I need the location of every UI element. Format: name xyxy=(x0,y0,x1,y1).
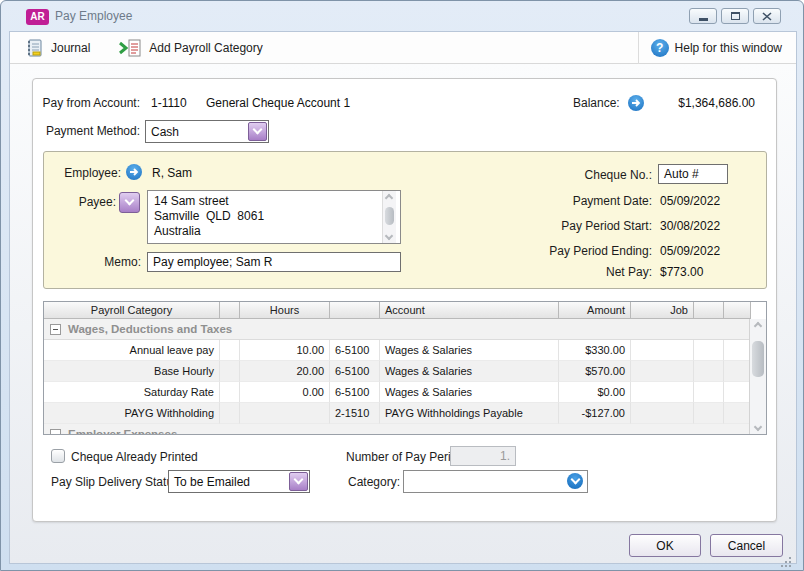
collapse-icon[interactable] xyxy=(50,324,61,335)
pay-slip-delivery-status-select[interactable]: To be Emailed xyxy=(168,470,310,493)
number-of-pay-periods-field: 1. xyxy=(450,446,516,466)
table-cell: 6-5100 xyxy=(330,382,380,403)
window-title: Pay Employee xyxy=(55,9,132,23)
table-cell: 0.00 xyxy=(240,382,330,403)
cheque-already-printed-checkbox[interactable] xyxy=(51,449,65,463)
table-cell xyxy=(631,361,694,382)
payee-address-field[interactable]: 14 Sam street Samville QLD 8061 Australi… xyxy=(147,190,401,244)
table-cell: 2-1510 xyxy=(330,403,380,424)
payee-dropdown-button[interactable] xyxy=(119,192,140,213)
scroll-down-icon[interactable] xyxy=(385,232,393,240)
table-cell: -$127.00 xyxy=(559,403,631,424)
column-header-payroll-category[interactable]: Payroll Category xyxy=(44,302,220,319)
table-cell xyxy=(724,361,751,382)
table-cell xyxy=(240,403,330,424)
maximize-button[interactable] xyxy=(721,8,749,24)
memo-label: Memo: xyxy=(44,255,141,270)
scroll-up-icon[interactable] xyxy=(385,194,393,202)
memo-field[interactable]: Pay employee; Sam R xyxy=(147,252,401,272)
group-label: Employer Expenses xyxy=(68,428,177,435)
table-cell: 20.00 xyxy=(240,361,330,382)
table-cell: 6-5100 xyxy=(330,361,380,382)
payee-scrollbar[interactable] xyxy=(382,191,396,243)
column-header-blank-1[interactable] xyxy=(220,302,240,319)
column-header-hours[interactable]: Hours xyxy=(240,302,330,319)
column-header-blank-3[interactable] xyxy=(694,302,724,319)
employee-detail-arrow-icon[interactable] xyxy=(126,164,142,180)
group-row-wages[interactable]: Wages, Deductions and Taxes xyxy=(44,319,751,340)
table-row[interactable]: Annual leave pay10.006-5100Wages & Salar… xyxy=(44,340,751,361)
table-scrollbar[interactable] xyxy=(749,319,766,434)
table-cell xyxy=(631,403,694,424)
resize-grip[interactable] xyxy=(789,557,791,559)
table-cell: Saturday Rate xyxy=(44,382,220,403)
balance-value: $1,364,686.00 xyxy=(633,96,755,111)
pay-period-ending-label: Pay Period Ending: xyxy=(484,244,652,259)
payment-method-label: Payment Method: xyxy=(33,124,140,139)
category-dropdown-icon[interactable] xyxy=(567,473,583,489)
pay-employee-window: AR Pay Employee Journal xyxy=(0,0,804,571)
table-cell: Wages & Salaries xyxy=(380,340,559,361)
journal-icon xyxy=(24,38,44,58)
table-cell xyxy=(694,403,724,424)
table-cell: Base Hourly xyxy=(44,361,220,382)
cancel-button[interactable]: Cancel xyxy=(710,534,783,557)
table-cell xyxy=(220,361,240,382)
scrollbar-thumb[interactable] xyxy=(752,341,764,377)
close-button[interactable] xyxy=(753,8,781,24)
column-header-blank-4[interactable] xyxy=(724,302,751,319)
table-cell: Wages & Salaries xyxy=(380,382,559,403)
balance-label: Balance: xyxy=(573,96,620,111)
journal-button[interactable]: Journal xyxy=(18,34,96,62)
table-cell xyxy=(694,382,724,403)
scroll-up-icon[interactable] xyxy=(754,322,762,330)
delivery-status-dropdown-icon[interactable] xyxy=(289,472,308,491)
help-button[interactable]: ? Help for this window xyxy=(638,32,790,64)
table-cell xyxy=(724,403,751,424)
toolbar: Journal Add Payroll Category ? Help for … xyxy=(10,32,796,64)
ok-button[interactable]: OK xyxy=(629,534,701,557)
table-cell xyxy=(631,340,694,361)
net-pay-label: Net Pay: xyxy=(484,265,652,280)
payment-groupbox: Pay from Account: 1-1110 General Cheque … xyxy=(32,78,777,522)
group-label: Wages, Deductions and Taxes xyxy=(68,323,232,335)
column-header-job[interactable]: Job xyxy=(631,302,694,319)
payment-method-select[interactable]: Cash xyxy=(145,120,269,143)
net-pay-value: $773.00 xyxy=(660,265,703,280)
column-header-amount[interactable]: Amount xyxy=(559,302,631,319)
minimize-button[interactable] xyxy=(689,8,717,24)
table-cell xyxy=(220,403,240,424)
pay-from-account-label: Pay from Account: xyxy=(33,96,140,111)
scroll-down-icon[interactable] xyxy=(754,423,762,431)
pay-slip-delivery-status-label: Pay Slip Delivery Status: xyxy=(51,475,182,490)
table-cell xyxy=(694,340,724,361)
table-row[interactable]: Base Hourly20.006-5100Wages & Salaries$5… xyxy=(44,361,751,382)
table-row[interactable]: Saturday Rate0.006-5100Wages & Salaries$… xyxy=(44,382,751,403)
cheque-no-field[interactable]: Auto # xyxy=(658,164,728,184)
pay-period-ending-value: 05/09/2022 xyxy=(660,244,720,259)
add-payroll-category-icon xyxy=(118,38,142,58)
account-name: General Cheque Account 1 xyxy=(206,96,350,111)
payroll-table: Payroll Category Hours Account Amount Jo… xyxy=(43,301,767,435)
category-field[interactable] xyxy=(403,470,588,493)
payee-label: Payee: xyxy=(44,195,116,210)
employee-panel: Employee: R, Sam Payee: 14 Sam street Sa… xyxy=(43,151,767,289)
scrollbar-thumb[interactable] xyxy=(385,207,394,225)
titlebar[interactable]: AR Pay Employee xyxy=(1,1,803,31)
table-cell xyxy=(220,382,240,403)
column-header-account[interactable]: Account xyxy=(380,302,559,319)
table-cell xyxy=(220,340,240,361)
pay-period-start-label: Pay Period Start: xyxy=(484,219,652,234)
payment-method-dropdown-icon[interactable] xyxy=(248,122,267,141)
add-payroll-category-button[interactable]: Add Payroll Category xyxy=(112,34,268,62)
collapse-icon[interactable] xyxy=(50,429,61,436)
table-rows: Annual leave pay10.006-5100Wages & Salar… xyxy=(44,340,766,424)
employee-value: R, Sam xyxy=(152,166,192,181)
table-cell xyxy=(724,340,751,361)
group-row-employer-expenses[interactable]: Employer Expenses xyxy=(44,424,751,435)
maximize-icon xyxy=(731,12,740,20)
table-row[interactable]: PAYG Withholding2-1510PAYG Withholdings … xyxy=(44,403,751,424)
payment-method-value: Cash xyxy=(151,125,179,139)
cheque-no-label: Cheque No.: xyxy=(484,168,652,183)
column-header-blank-2[interactable] xyxy=(330,302,380,319)
